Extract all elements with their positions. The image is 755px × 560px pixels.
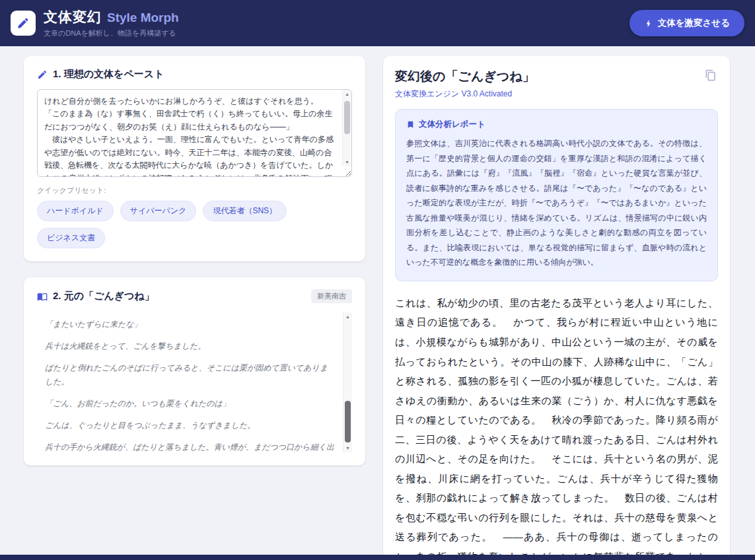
result-card: 変幻後の「ごんぎつね」 文体変換エンジン V3.0 Activated 文体分析… bbox=[383, 56, 730, 560]
analysis-report: 文体分析レポート 参照文体は、吉川英治に代表される格調高い時代小説の文体である。… bbox=[395, 109, 718, 281]
scroll-track[interactable] bbox=[343, 321, 352, 444]
scroll-thumb[interactable] bbox=[344, 101, 350, 134]
scroll-thumb[interactable] bbox=[345, 401, 351, 442]
brand: 文体変幻 Style Morph 文章のDNAを解析し、物語を再構築する bbox=[11, 8, 179, 38]
source-paragraph: 「ごん、お前だったのか。いつも栗をくれたのは」 bbox=[45, 397, 335, 411]
preset-pill[interactable]: ビジネス文書 bbox=[37, 228, 105, 248]
result-head: 変幻後の「ごんぎつね」 bbox=[395, 68, 718, 85]
app-title-jp: 文体変幻 bbox=[44, 8, 102, 26]
bookmark-icon bbox=[406, 120, 415, 129]
source-paragraph: 兵十は火縄銃をとって、ごんを撃ちました。 bbox=[45, 339, 335, 353]
scroll-down-arrow[interactable]: ▼ bbox=[343, 444, 352, 452]
scroll-up-arrow[interactable]: ▲ bbox=[343, 90, 351, 98]
analysis-title-row: 文体分析レポート bbox=[406, 119, 707, 130]
source-card-title-label: 2. 元の「ごんぎつね」 bbox=[53, 290, 155, 302]
author-badge: 新美南吉 bbox=[311, 289, 352, 303]
scroll-track[interactable] bbox=[343, 98, 351, 158]
preset-pill[interactable]: サイバーパンク bbox=[120, 201, 197, 221]
footer bbox=[0, 555, 755, 560]
presets-label: クイックプリセット: bbox=[37, 186, 352, 195]
transform-button[interactable]: 文体を激変させる bbox=[629, 10, 744, 36]
source-text-wrap: 「またいたずらに来たな」兵十は火縄銃をとって、ごんを撃ちました。ばたりと倒れたご… bbox=[37, 312, 352, 452]
style-textarea[interactable]: けれど自分が側を去ったらいかにお淋しかろうぞ、と彼はすぐそれを思う。 「このまま… bbox=[37, 89, 352, 177]
result-text: これは、私が幼少の頃、里の古老たる茂平という老人より耳にした、遠き日の追憶である… bbox=[395, 293, 718, 560]
scroll-down-arrow[interactable]: ▼ bbox=[343, 158, 351, 166]
source-scrollbar[interactable]: ▲ ▼ bbox=[343, 312, 352, 452]
app-logo bbox=[11, 11, 36, 36]
source-paragraph: 「またいたずらに来たな」 bbox=[45, 318, 335, 332]
app-title-en: Style Morph bbox=[107, 11, 179, 25]
scroll-up-arrow[interactable]: ▲ bbox=[343, 312, 352, 321]
open-book-icon bbox=[37, 291, 48, 302]
style-textarea-wrap: けれど自分が側を去ったらいかにお淋しかろうぞ、と彼はすぐそれを思う。 「このまま… bbox=[37, 89, 352, 177]
lightning-icon bbox=[644, 19, 653, 28]
textarea-scrollbar[interactable]: ▲ ▼ bbox=[342, 90, 351, 166]
copy-button[interactable] bbox=[703, 68, 718, 85]
source-card-head: 2. 元の「ごんぎつね」 新美南吉 bbox=[37, 289, 352, 303]
source-paragraph: ごんは、ぐったりと目をつぶったまま、うなずきました。 bbox=[45, 419, 335, 433]
preset-pill[interactable]: 現代若者（SNS） bbox=[203, 201, 287, 221]
copy-icon bbox=[705, 69, 717, 81]
pen-icon bbox=[17, 17, 30, 30]
left-column: 1. 理想の文体をペースト けれど自分が側を去ったらいかにお淋しかろうぞ、と彼は… bbox=[24, 56, 365, 466]
source-paragraph: 兵十の手から火縄銃が、ばたりと落ちました。青い煙が、まだつつ口から細く出ていまし… bbox=[45, 440, 335, 452]
style-card-title-label: 1. 理想の文体をペースト bbox=[53, 68, 164, 81]
engine-status: 文体変換エンジン V3.0 Activated bbox=[395, 88, 718, 100]
analysis-body: 参照文体は、吉川英治に代表される格調高い時代小説の文体である。その特徴は、第一に… bbox=[406, 136, 707, 270]
analysis-title: 文体分析レポート bbox=[419, 119, 485, 130]
app-header: 文体変幻 Style Morph 文章のDNAを解析し、物語を再構築する 文体を… bbox=[0, 0, 755, 46]
preset-pill[interactable]: ハードボイルド bbox=[37, 201, 114, 221]
source-text[interactable]: 「またいたずらに来たな」兵十は火縄銃をとって、ごんを撃ちました。ばたりと倒れたご… bbox=[37, 312, 352, 452]
result-title: 変幻後の「ごんぎつね」 bbox=[395, 68, 535, 85]
style-card-title: 1. 理想の文体をペースト bbox=[37, 68, 352, 81]
main-content: 1. 理想の文体をペースト けれど自分が側を去ったらいかにお淋しかろうぞ、と彼は… bbox=[0, 46, 755, 560]
style-input-card: 1. 理想の文体をペースト けれど自分が側を去ったらいかにお淋しかろうぞ、と彼は… bbox=[24, 56, 365, 262]
transform-button-label: 文体を激変させる bbox=[658, 17, 730, 29]
preset-list: ハードボイルドサイバーパンク現代若者（SNS）ビジネス文書 bbox=[37, 201, 352, 248]
source-paragraph: ばたりと倒れたごんのそばに行ってみると、そこには栗が固めて置いてありました。 bbox=[45, 361, 335, 389]
app-subtitle: 文章のDNAを解析し、物語を再構築する bbox=[44, 28, 179, 38]
source-text-card: 2. 元の「ごんぎつね」 新美南吉 「またいたずらに来たな」兵十は火縄銃をとって… bbox=[24, 277, 365, 466]
source-card-title: 2. 元の「ごんぎつね」 bbox=[37, 290, 155, 302]
pen-nib-icon bbox=[37, 69, 48, 80]
title-block: 文体変幻 Style Morph 文章のDNAを解析し、物語を再構築する bbox=[44, 8, 179, 38]
right-column: 変幻後の「ごんぎつね」 文体変換エンジン V3.0 Activated 文体分析… bbox=[383, 56, 730, 560]
